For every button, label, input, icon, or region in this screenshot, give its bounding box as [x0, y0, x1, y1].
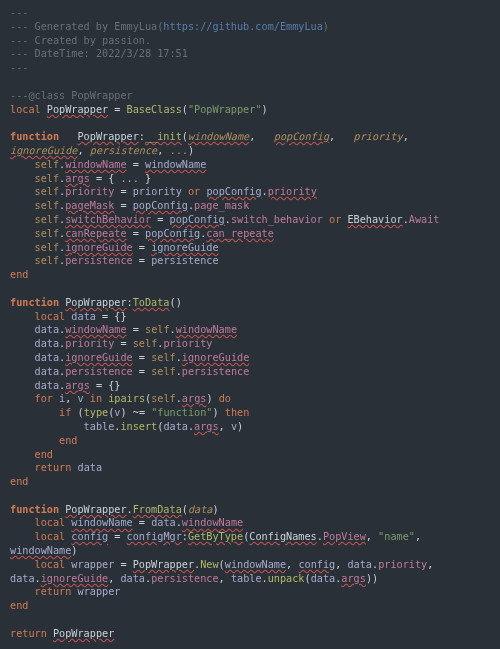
comment-sep: --- — [10, 7, 28, 18]
comment-created: --- Created by passion. — [10, 35, 151, 46]
comment-gen: --- Generated by EmmyLua(https://github.… — [10, 21, 329, 32]
emmylua-url[interactable]: https://github.com/EmmyLua — [163, 21, 322, 32]
kw-function: function — [10, 504, 59, 515]
kw-return: return — [10, 628, 47, 639]
code-editor[interactable]: --- --- Generated by EmmyLua(https://git… — [0, 0, 500, 647]
kw-end: end — [10, 269, 28, 280]
kw-function: function — [10, 297, 59, 308]
class-annotation: ---@class PopWrapper — [10, 90, 133, 101]
return-module: PopWrapper — [53, 628, 114, 639]
comment-datetime: --- DateTime: 2022/3/28 17:51 — [10, 48, 188, 59]
kw-end: end — [10, 600, 28, 611]
class-name: PopWrapper — [47, 104, 108, 115]
kw-function: function — [10, 131, 59, 142]
baseclass-call: BaseClass — [127, 104, 182, 115]
kw-end: end — [10, 476, 28, 487]
comment-sep: --- — [10, 62, 28, 73]
kw-local: local — [10, 104, 41, 115]
